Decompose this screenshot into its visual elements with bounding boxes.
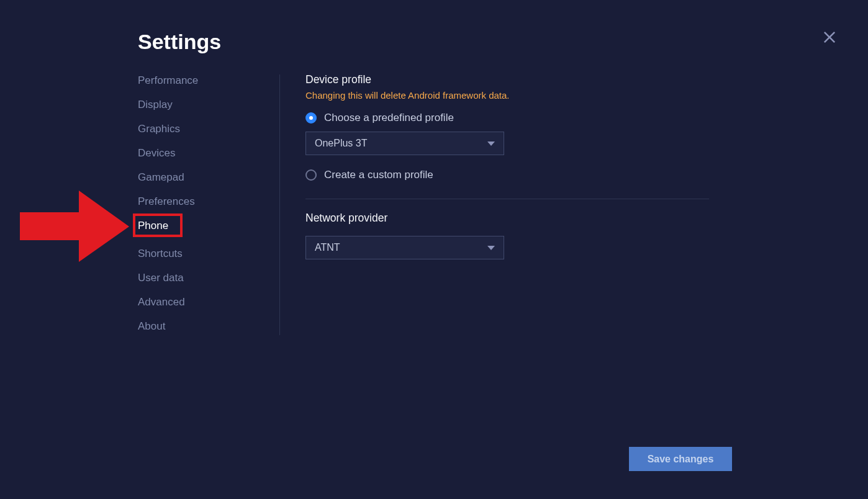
sidebar-item-performance[interactable]: Performance <box>138 74 198 87</box>
sidebar-item-about[interactable]: About <box>138 320 165 333</box>
sidebar-item-user-data[interactable]: User data <box>138 272 184 284</box>
save-changes-button[interactable]: Save changes <box>629 447 732 471</box>
select-value: OnePlus 3T <box>315 138 367 149</box>
chevron-down-icon <box>487 142 495 146</box>
radio-icon <box>305 169 317 181</box>
chevron-down-icon <box>487 246 495 250</box>
device-profile-warning: Changing this will delete Android framew… <box>305 90 709 101</box>
phone-settings-panel: Device profile Changing this will delete… <box>305 73 709 259</box>
sidebar-item-phone[interactable]: Phone <box>138 220 168 236</box>
select-value: ATNT <box>315 242 340 253</box>
settings-sidebar: Performance Display Graphics Devices Gam… <box>138 74 243 333</box>
close-button[interactable] <box>821 29 838 46</box>
page-title: Settings <box>138 30 221 54</box>
svg-marker-2 <box>20 191 129 262</box>
sidebar-item-devices[interactable]: Devices <box>138 147 175 160</box>
radio-label: Choose a predefined profile <box>324 112 454 124</box>
sidebar-item-gamepad[interactable]: Gamepad <box>138 171 184 184</box>
predefined-profile-select[interactable]: OnePlus 3T <box>305 132 504 155</box>
radio-predefined-profile[interactable]: Choose a predefined profile <box>305 112 709 124</box>
sidebar-item-advanced[interactable]: Advanced <box>138 296 185 308</box>
sidebar-item-label: Phone <box>138 220 168 232</box>
sidebar-divider <box>279 74 280 335</box>
network-provider-select[interactable]: ATNT <box>305 236 504 259</box>
close-icon <box>821 29 838 46</box>
sidebar-item-graphics[interactable]: Graphics <box>138 123 180 135</box>
sidebar-item-preferences[interactable]: Preferences <box>138 196 195 208</box>
sidebar-item-display[interactable]: Display <box>138 99 173 111</box>
network-provider-title: Network provider <box>305 212 709 225</box>
radio-custom-profile[interactable]: Create a custom profile <box>305 169 709 181</box>
button-label: Save changes <box>648 454 714 465</box>
radio-icon <box>305 112 317 124</box>
radio-label: Create a custom profile <box>324 169 433 181</box>
annotation-arrow-icon <box>20 191 129 262</box>
sidebar-item-shortcuts[interactable]: Shortcuts <box>138 248 183 260</box>
device-profile-title: Device profile <box>305 73 709 86</box>
section-divider <box>305 199 709 199</box>
